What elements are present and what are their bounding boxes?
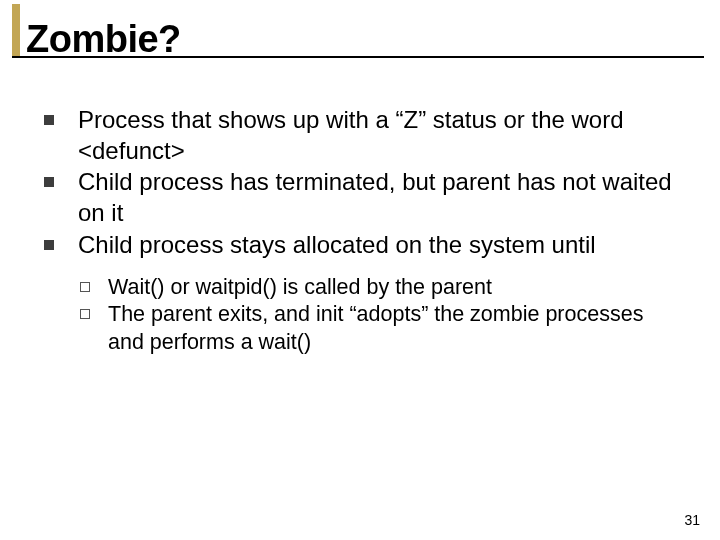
- outer-list: Process that shows up with a “Z” status …: [44, 105, 684, 261]
- slide-title: Zombie?: [26, 18, 720, 61]
- content-area: Process that shows up with a “Z” status …: [0, 61, 720, 356]
- sub-bullet-item: The parent exits, and init “adopts” the …: [78, 301, 684, 356]
- bullet-item: Process that shows up with a “Z” status …: [44, 105, 684, 166]
- bullet-item: Child process has terminated, but parent…: [44, 167, 684, 228]
- slide: Zombie? Process that shows up with a “Z”…: [0, 0, 720, 540]
- sub-bullet-item: Wait() or waitpid() is called by the par…: [78, 274, 684, 302]
- bullet-item: Child process stays allocated on the sys…: [44, 230, 684, 261]
- title-area: Zombie?: [0, 0, 720, 61]
- inner-list: Wait() or waitpid() is called by the par…: [78, 274, 684, 357]
- page-number: 31: [684, 512, 700, 528]
